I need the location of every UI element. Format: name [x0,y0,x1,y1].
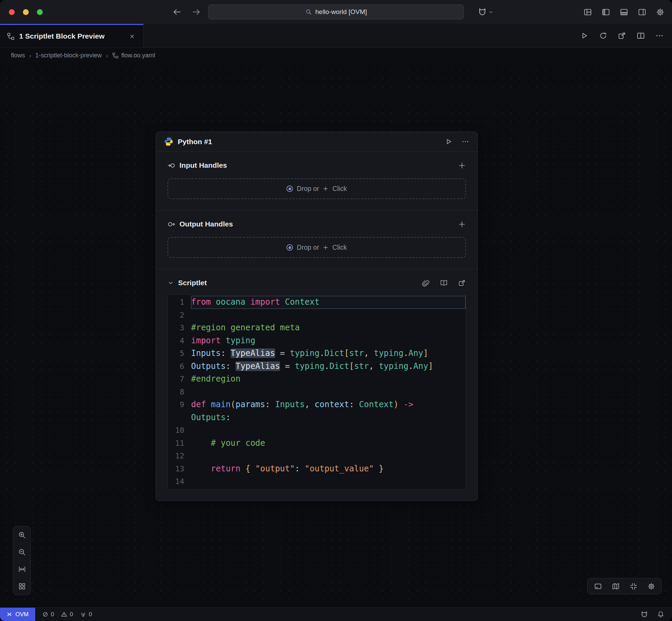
code-row[interactable]: Outputs: [168,411,466,424]
command-search-bar[interactable]: hello-world [OVM] [208,4,464,19]
code-line-text: Inputs: TypeAlias = typing.Dict[str, typ… [191,347,466,360]
code-row[interactable]: 7#endregion [168,373,466,386]
forward-button[interactable] [192,8,201,16]
output-handles-section: Output Handles Drop or Click [156,210,478,269]
add-input-handle-button[interactable] [458,162,466,169]
code-row[interactable]: 11 # your code [168,437,466,450]
rerun-icon [599,31,607,40]
docs-button[interactable] [440,279,448,287]
add-output-handle-button[interactable] [458,220,466,228]
breadcrumb: flows › 1-scriptlet-block-preview › flow… [0,48,672,63]
code-row[interactable]: 12 [168,450,466,463]
node-more-button[interactable] [461,138,469,146]
problems-warnings[interactable]: 0 [61,611,73,618]
code-line-text: # your code [191,437,466,450]
run-flow-button[interactable] [580,31,589,40]
code-row[interactable]: 5Inputs: TypeAlias = typing.Dict[str, ty… [168,347,466,360]
more-actions-button[interactable] [655,31,664,40]
overview-button[interactable] [13,578,30,595]
canvas-view-toolbar [587,578,662,594]
rerun-button[interactable] [599,31,607,40]
zoom-out-button[interactable] [13,543,30,561]
code-row[interactable]: 14 [168,475,466,488]
input-handle-icon [167,162,175,169]
breadcrumb-item-flows[interactable]: flows [11,52,25,59]
output-handles-dropzone[interactable]: Drop or Click [167,237,466,258]
line-number: 3 [168,321,184,334]
search-text: hello-world [OVM] [315,8,367,16]
code-row[interactable]: 6Outputs: TypeAlias = typing.Dict[str, t… [168,360,466,373]
tab-label: 1 Scriptlet Block Preview [19,32,105,40]
fit-view-button[interactable] [13,561,30,578]
minimap-button[interactable] [607,578,624,594]
zoom-in-button[interactable] [13,526,30,543]
node-header[interactable]: Python #1 [156,132,478,152]
toggle-right-panel-button[interactable] [638,8,646,16]
assistant-status-button[interactable] [641,611,648,618]
code-line-text: def main(params: Inputs, context: Contex… [191,398,466,411]
tab-scriptlet-block-preview[interactable]: 1 Scriptlet Block Preview [0,24,144,47]
close-window-button[interactable] [9,9,15,15]
dropzone-text: Drop or [297,185,319,193]
panel-bottom-icon [620,8,628,16]
map-icon [612,582,620,590]
node-python-1[interactable]: Python #1 Input Handles [156,132,478,501]
notifications-button[interactable] [657,611,664,618]
assistant-menu[interactable] [478,0,494,24]
collapse-scriptlet-button[interactable] [167,280,174,286]
toggle-bottom-panel-button[interactable] [620,8,628,16]
flow-canvas[interactable]: Python #1 Input Handles [0,63,672,607]
console-button[interactable] [589,578,607,594]
code-line-text: Outputs: TypeAlias = typing.Dict[str, ty… [191,360,466,373]
toggle-left-panel-button[interactable] [602,8,610,16]
zoom-window-button[interactable] [37,9,43,15]
line-number: 5 [168,347,184,360]
customize-layout-button[interactable] [583,8,592,16]
back-button[interactable] [173,8,182,16]
export-button[interactable] [618,31,626,40]
code-row[interactable]: 13 return { "output": "output_value" } [168,463,466,475]
code-row[interactable]: 10 [168,424,466,437]
chevron-down-icon [488,10,494,15]
breadcrumb-item-file[interactable]: flow.oo.yaml [112,52,155,59]
canvas-settings-button[interactable] [642,578,660,594]
line-number: 4 [168,334,184,347]
console-icon [594,582,602,590]
remote-indicator[interactable]: OVM [0,608,35,621]
close-tab-button[interactable] [127,32,136,41]
code-editor[interactable]: 1from oocana import Context23#region gen… [167,294,466,489]
line-number: 6 [168,360,184,373]
breadcrumb-file-label: flow.oo.yaml [121,52,155,59]
settings-button[interactable] [656,8,664,16]
code-row[interactable]: 4import typing [168,334,466,347]
attach-file-button[interactable] [422,279,430,287]
code-line-text [191,450,466,463]
code-line-text [191,386,466,399]
input-handles-dropzone[interactable]: Drop or Click [167,178,466,199]
code-row[interactable]: 3#region generated meta [168,321,466,334]
code-row[interactable]: 1from oocana import Context [168,296,466,309]
code-line-text: import typing [191,334,466,347]
dropzone-text: Drop or [297,244,319,251]
code-line-text [191,309,466,322]
code-row[interactable]: 8 [168,386,466,399]
split-editor-button[interactable] [636,31,645,40]
scriptlet-section: Scriptlet 1from oocana impo [156,269,478,501]
play-icon [580,31,589,40]
code-row[interactable]: 9def main(params: Inputs, context: Conte… [168,398,466,411]
ellipsis-icon [655,31,664,40]
code-row[interactable]: 2 [168,309,466,322]
breadcrumb-item-folder[interactable]: 1-scriptlet-block-preview [35,52,102,59]
run-node-button[interactable] [445,138,453,146]
book-icon [440,279,448,287]
line-number: 8 [168,386,184,399]
broadcast-status[interactable]: 0 [80,611,92,618]
open-external-button[interactable] [458,279,466,287]
plus-icon [458,162,466,169]
minimize-window-button[interactable] [23,9,29,15]
panel-right-icon [638,8,646,16]
line-number: 1 [168,296,184,309]
scriptlet-title: Scriptlet [178,279,207,287]
problems-errors[interactable]: 0 [42,611,54,618]
collapse-view-button[interactable] [624,578,642,594]
